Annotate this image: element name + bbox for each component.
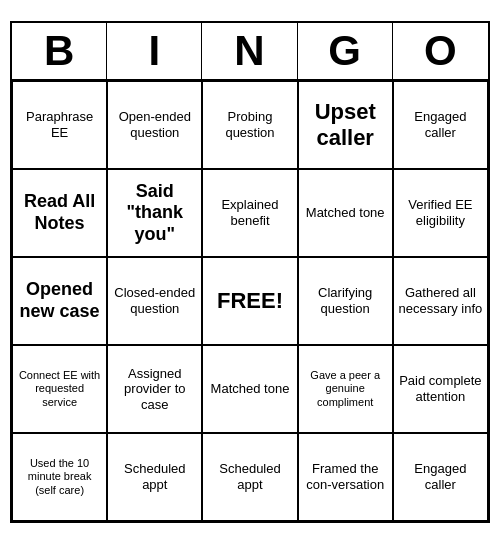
bingo-cell: Closed-ended question (107, 257, 202, 345)
bingo-cell: Assigned provider to case (107, 345, 202, 433)
bingo-cell: Read All Notes (12, 169, 107, 257)
bingo-cell: Engaged caller (393, 81, 488, 169)
bingo-letter: G (298, 23, 393, 79)
bingo-cell: Gathered all necessary info (393, 257, 488, 345)
bingo-letter: I (107, 23, 202, 79)
bingo-cell: Explained benefit (202, 169, 297, 257)
bingo-letter: B (12, 23, 107, 79)
bingo-cell: Open-ended question (107, 81, 202, 169)
bingo-grid: Paraphrase EEOpen-ended questionProbing … (12, 81, 488, 521)
bingo-cell: Said "thank you" (107, 169, 202, 257)
bingo-cell: Opened new case (12, 257, 107, 345)
bingo-cell: Scheduled appt (107, 433, 202, 521)
bingo-cell: Verified EE eligibility (393, 169, 488, 257)
bingo-cell: FREE! (202, 257, 297, 345)
bingo-cell: Paid complete attention (393, 345, 488, 433)
bingo-letter: O (393, 23, 488, 79)
bingo-cell: Matched tone (202, 345, 297, 433)
bingo-cell: Engaged caller (393, 433, 488, 521)
bingo-cell: Paraphrase EE (12, 81, 107, 169)
bingo-cell: Framed the con-versation (298, 433, 393, 521)
bingo-cell: Matched tone (298, 169, 393, 257)
bingo-cell: Probing question (202, 81, 297, 169)
bingo-cell: Clarifying question (298, 257, 393, 345)
bingo-cell: Upset caller (298, 81, 393, 169)
bingo-card: BINGO Paraphrase EEOpen-ended questionPr… (10, 21, 490, 523)
bingo-cell: Scheduled appt (202, 433, 297, 521)
bingo-cell: Used the 10 minute break (self care) (12, 433, 107, 521)
bingo-cell: Connect EE with requested service (12, 345, 107, 433)
bingo-header: BINGO (12, 23, 488, 81)
bingo-cell: Gave a peer a genuine compliment (298, 345, 393, 433)
bingo-letter: N (202, 23, 297, 79)
